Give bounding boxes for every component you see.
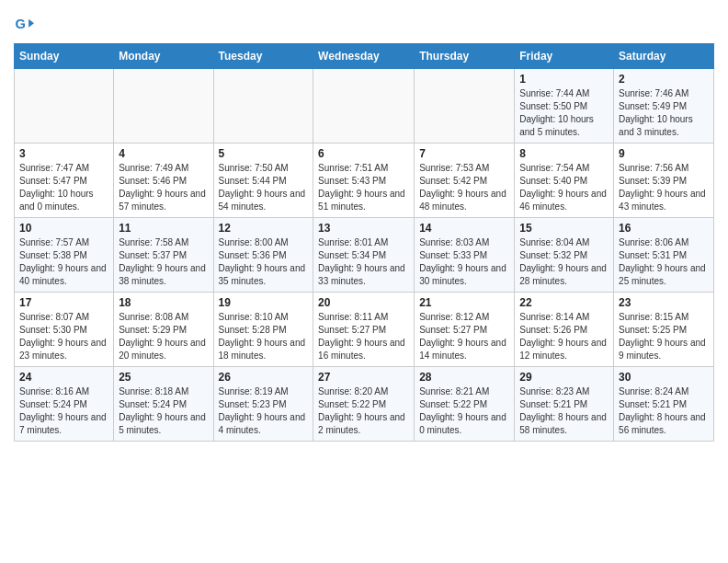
calendar-cell: 15Sunrise: 8:04 AMSunset: 5:32 PMDayligh… [515,218,614,293]
calendar-week-1: 3Sunrise: 7:47 AMSunset: 5:47 PMDaylight… [15,144,714,218]
day-number: 17 [19,296,108,309]
calendar-cell [213,69,313,144]
day-info: Sunrise: 8:03 AMSunset: 5:33 PMDaylight:… [419,236,509,288]
weekday-header-sunday: Sunday [15,44,114,69]
day-info: Sunrise: 7:53 AMSunset: 5:42 PMDaylight:… [419,162,509,213]
calendar-cell: 4Sunrise: 7:49 AMSunset: 5:46 PMDaylight… [114,144,213,218]
calendar-cell: 21Sunrise: 8:12 AMSunset: 5:27 PMDayligh… [415,293,515,367]
day-info: Sunrise: 8:04 AMSunset: 5:32 PMDaylight:… [519,236,609,288]
calendar-cell [415,69,515,144]
day-info: Sunrise: 8:07 AMSunset: 5:30 PMDaylight:… [19,311,108,362]
calendar-week-0: 1Sunrise: 7:44 AMSunset: 5:50 PMDaylight… [15,69,714,144]
calendar-cell: 24Sunrise: 8:16 AMSunset: 5:24 PMDayligh… [15,367,114,442]
weekday-header-thursday: Thursday [415,44,515,69]
day-info: Sunrise: 8:08 AMSunset: 5:29 PMDaylight:… [119,311,208,362]
day-info: Sunrise: 7:46 AMSunset: 5:49 PMDaylight:… [619,87,709,139]
calendar-cell: 13Sunrise: 8:01 AMSunset: 5:34 PMDayligh… [313,218,415,293]
calendar-body: 1Sunrise: 7:44 AMSunset: 5:50 PMDaylight… [15,69,714,442]
day-info: Sunrise: 8:19 AMSunset: 5:23 PMDaylight:… [219,385,309,437]
day-number: 21 [419,296,509,309]
day-number: 2 [619,73,709,86]
day-info: Sunrise: 7:44 AMSunset: 5:50 PMDaylight:… [519,87,609,139]
day-info: Sunrise: 8:12 AMSunset: 5:27 PMDaylight:… [419,311,509,362]
day-number: 4 [119,147,208,160]
calendar-cell [313,69,415,144]
weekday-header-tuesday: Tuesday [213,44,313,69]
day-number: 1 [519,73,609,86]
calendar-cell: 16Sunrise: 8:06 AMSunset: 5:31 PMDayligh… [614,218,714,293]
calendar-cell: 2Sunrise: 7:46 AMSunset: 5:49 PMDaylight… [614,69,714,144]
calendar-cell: 1Sunrise: 7:44 AMSunset: 5:50 PMDaylight… [515,69,614,144]
day-number: 14 [419,222,509,235]
calendar-cell: 7Sunrise: 7:53 AMSunset: 5:42 PMDaylight… [415,144,515,218]
weekday-header-friday: Friday [515,44,614,69]
day-number: 10 [19,222,108,235]
day-number: 23 [619,296,709,309]
calendar-cell: 6Sunrise: 7:51 AMSunset: 5:43 PMDaylight… [313,144,415,218]
weekday-header-wednesday: Wednesday [313,44,415,69]
calendar-cell: 17Sunrise: 8:07 AMSunset: 5:30 PMDayligh… [15,293,114,367]
calendar-cell: 10Sunrise: 7:57 AMSunset: 5:38 PMDayligh… [15,218,114,293]
day-info: Sunrise: 7:51 AMSunset: 5:43 PMDaylight:… [318,162,409,213]
calendar-cell: 27Sunrise: 8:20 AMSunset: 5:22 PMDayligh… [313,367,415,442]
calendar-cell: 22Sunrise: 8:14 AMSunset: 5:26 PMDayligh… [515,293,614,367]
calendar-cell: 20Sunrise: 8:11 AMSunset: 5:27 PMDayligh… [313,293,415,367]
day-info: Sunrise: 7:47 AMSunset: 5:47 PMDaylight:… [19,162,108,213]
day-info: Sunrise: 8:00 AMSunset: 5:36 PMDaylight:… [219,236,309,288]
logo: G [14,14,38,34]
day-number: 30 [619,371,709,384]
day-info: Sunrise: 8:14 AMSunset: 5:26 PMDaylight:… [519,311,609,362]
calendar-table: SundayMondayTuesdayWednesdayThursdayFrid… [14,43,714,442]
calendar-cell: 30Sunrise: 8:24 AMSunset: 5:21 PMDayligh… [614,367,714,442]
day-info: Sunrise: 8:18 AMSunset: 5:24 PMDaylight:… [119,385,208,437]
calendar-cell: 11Sunrise: 7:58 AMSunset: 5:37 PMDayligh… [114,218,213,293]
day-info: Sunrise: 8:11 AMSunset: 5:27 PMDaylight:… [318,311,409,362]
day-number: 9 [619,147,709,160]
day-info: Sunrise: 8:10 AMSunset: 5:28 PMDaylight:… [219,311,309,362]
day-info: Sunrise: 7:56 AMSunset: 5:39 PMDaylight:… [619,162,709,213]
page-header: G [14,14,714,34]
day-number: 25 [119,371,208,384]
day-info: Sunrise: 7:58 AMSunset: 5:37 PMDaylight:… [119,236,208,288]
day-number: 16 [619,222,709,235]
day-number: 18 [119,296,208,309]
day-number: 5 [219,147,309,160]
day-info: Sunrise: 7:49 AMSunset: 5:46 PMDaylight:… [119,162,208,213]
day-info: Sunrise: 7:54 AMSunset: 5:40 PMDaylight:… [519,162,609,213]
calendar-cell: 25Sunrise: 8:18 AMSunset: 5:24 PMDayligh… [114,367,213,442]
day-number: 12 [219,222,309,235]
day-number: 19 [219,296,309,309]
day-number: 20 [318,296,409,309]
calendar-week-3: 17Sunrise: 8:07 AMSunset: 5:30 PMDayligh… [15,293,714,367]
day-number: 27 [318,371,409,384]
svg-marker-1 [28,19,34,28]
day-number: 8 [519,147,609,160]
calendar-week-4: 24Sunrise: 8:16 AMSunset: 5:24 PMDayligh… [15,367,714,442]
day-number: 28 [419,371,509,384]
day-info: Sunrise: 8:21 AMSunset: 5:22 PMDaylight:… [419,385,509,437]
calendar-cell: 19Sunrise: 8:10 AMSunset: 5:28 PMDayligh… [213,293,313,367]
calendar-week-2: 10Sunrise: 7:57 AMSunset: 5:38 PMDayligh… [15,218,714,293]
calendar-cell: 28Sunrise: 8:21 AMSunset: 5:22 PMDayligh… [415,367,515,442]
day-info: Sunrise: 8:16 AMSunset: 5:24 PMDaylight:… [19,385,108,437]
svg-text:G: G [15,17,25,31]
calendar-cell: 23Sunrise: 8:15 AMSunset: 5:25 PMDayligh… [614,293,714,367]
calendar-cell [15,69,114,144]
day-info: Sunrise: 8:20 AMSunset: 5:22 PMDaylight:… [318,385,409,437]
weekday-header-row: SundayMondayTuesdayWednesdayThursdayFrid… [15,44,714,69]
logo-icon: G [14,14,34,34]
weekday-header-saturday: Saturday [614,44,714,69]
day-info: Sunrise: 7:50 AMSunset: 5:44 PMDaylight:… [219,162,309,213]
calendar-cell: 3Sunrise: 7:47 AMSunset: 5:47 PMDaylight… [15,144,114,218]
day-info: Sunrise: 8:01 AMSunset: 5:34 PMDaylight:… [318,236,409,288]
calendar-cell: 9Sunrise: 7:56 AMSunset: 5:39 PMDaylight… [614,144,714,218]
day-number: 13 [318,222,409,235]
day-number: 29 [519,371,609,384]
day-number: 6 [318,147,409,160]
day-number: 11 [119,222,208,235]
day-info: Sunrise: 8:24 AMSunset: 5:21 PMDaylight:… [619,385,709,437]
calendar-header: SundayMondayTuesdayWednesdayThursdayFrid… [15,44,714,69]
day-number: 24 [19,371,108,384]
calendar-cell [114,69,213,144]
calendar-cell: 5Sunrise: 7:50 AMSunset: 5:44 PMDaylight… [213,144,313,218]
